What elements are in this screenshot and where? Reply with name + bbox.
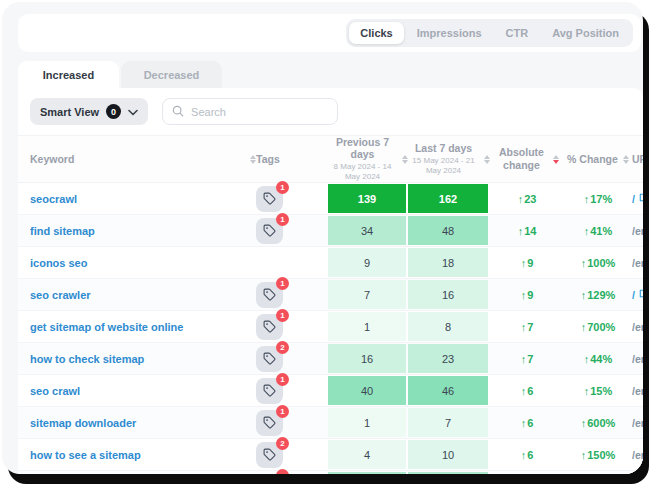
tag-icon [263, 384, 276, 397]
last-clicks-cell: 18 [408, 248, 488, 277]
table-row[interactable]: find sitemap 1 34 48 ↑14 ↑41% /en/ [18, 215, 643, 247]
url-link[interactable]: /en/ [632, 225, 643, 237]
tag-button[interactable]: 1 [256, 314, 283, 340]
tag-button[interactable]: 1 [256, 218, 283, 244]
up-arrow-icon: ↑ [581, 417, 587, 429]
keyword-link[interactable]: seo crawl [30, 385, 236, 397]
trend-tab-increased[interactable]: Increased [18, 61, 119, 88]
keyword-link[interactable]: how to see a sitemap [30, 449, 236, 461]
table-row[interactable] [18, 471, 643, 474]
tag-button[interactable]: 1 [256, 410, 283, 436]
column-header-keyword[interactable]: Keyword [30, 153, 256, 165]
absolute-change-value: ↑9 [490, 289, 564, 301]
app-window: ClicksImpressionsCTRAvg Position Increas… [2, 2, 643, 474]
tag-button[interactable]: 2 [256, 442, 283, 468]
smart-view-dropdown[interactable]: Smart View 0 [30, 98, 148, 125]
percent-change-value: ↑15% [564, 385, 632, 397]
percent-change-value: ↑129% [564, 289, 632, 301]
table-row[interactable]: how to see a sitemap 2 4 10 ↑6 ↑150% /en… [18, 439, 643, 471]
table-row[interactable]: seo crawl 1 40 46 ↑6 ↑15% /en/ [18, 375, 643, 407]
search-input[interactable] [191, 106, 328, 118]
table-toolbar: Smart View 0 [18, 88, 643, 135]
table-row[interactable]: get sitemap of website online 1 1 8 ↑7 ↑… [18, 311, 643, 343]
tag-button[interactable]: 1 [256, 282, 283, 308]
url-link[interactable]: /en/ [632, 321, 643, 333]
up-arrow-icon: ↑ [581, 257, 587, 269]
metric-tabs: ClicksImpressionsCTRAvg Position [346, 19, 633, 47]
previous-clicks-cell: 7 [328, 280, 406, 309]
up-arrow-icon: ↑ [518, 193, 524, 205]
sort-icon[interactable] [484, 155, 490, 164]
tag-count-badge: 1 [276, 405, 289, 418]
url-link[interactable]: / [632, 288, 643, 301]
percent-change-value: ↑600% [564, 417, 632, 429]
keyword-link[interactable]: find sitemap [30, 225, 236, 237]
url-link[interactable]: /en/ [632, 417, 643, 429]
keyword-link[interactable]: get sitemap of website online [30, 321, 236, 333]
absolute-change-value: ↑23 [490, 193, 564, 205]
tag-button[interactable]: 1 [256, 378, 283, 404]
column-header-tags: Tags [256, 153, 328, 165]
previous-clicks-cell: 139 [328, 184, 406, 213]
trend-tabs: IncreasedDecreased [18, 61, 643, 88]
metric-tab-impressions[interactable]: Impressions [406, 22, 493, 44]
up-arrow-icon: ↑ [518, 225, 524, 237]
keyword-link[interactable]: seo crawler [30, 289, 236, 301]
tag-icon [263, 288, 276, 301]
trend-tab-decreased[interactable]: Decreased [121, 61, 222, 88]
column-header-percent-change[interactable]: % Change [564, 153, 632, 165]
metric-tab-ctr[interactable]: CTR [495, 22, 540, 44]
metric-tab-clicks[interactable]: Clicks [349, 22, 403, 44]
search-icon [172, 103, 184, 121]
tag-icon [263, 352, 276, 365]
url-link[interactable]: /en/ [632, 257, 643, 269]
top-header-bar: ClicksImpressionsCTRAvg Position [18, 14, 641, 52]
last-clicks-cell: 23 [408, 344, 488, 373]
metric-tab-avg-position[interactable]: Avg Position [541, 22, 630, 44]
table-row[interactable]: sitemap downloader 1 1 7 ↑6 ↑600% /en/ [18, 407, 643, 439]
column-header-absolute-change[interactable]: Absolute change [490, 146, 564, 172]
tag-count-badge: 1 [276, 181, 289, 194]
tag-count-badge: 1 [276, 309, 289, 322]
tag-button[interactable]: 1 [256, 186, 283, 212]
tag-button[interactable]: 2 [256, 346, 283, 372]
column-header-url[interactable]: URL [632, 153, 643, 165]
table-row[interactable]: seocrawl 1 139 162 ↑23 ↑17% / [18, 183, 643, 215]
percent-change-value: ↑44% [564, 353, 632, 365]
keyword-link[interactable]: sitemap downloader [30, 417, 236, 429]
url-link[interactable]: /en/ [632, 385, 643, 397]
up-arrow-icon: ↑ [521, 321, 527, 333]
column-header-last[interactable]: Last 7 days 15 May 2024 - 21 May 2024 [408, 142, 490, 176]
column-header-previous[interactable]: Previous 7 days 8 May 2024 - 14 May 2024 [328, 136, 408, 182]
keyword-link[interactable]: how to check sitemap [30, 353, 236, 365]
keyword-link[interactable]: iconos seo [30, 257, 236, 269]
previous-clicks-cell [328, 472, 406, 474]
tag-count-badge: 1 [276, 373, 289, 386]
url-link[interactable]: / [632, 192, 643, 205]
absolute-change-value: ↑6 [490, 449, 564, 461]
up-arrow-icon: ↑ [581, 289, 587, 301]
last-clicks-cell: 162 [408, 184, 488, 213]
tag-icon [263, 416, 276, 429]
table-header-row: Keyword Tags Previous 7 days 8 May 2024 … [18, 135, 643, 183]
tag-icon [263, 320, 276, 333]
tag-count-badge: 2 [276, 437, 289, 450]
last-clicks-cell: 8 [408, 312, 488, 341]
sort-icon-active-desc[interactable] [553, 155, 559, 164]
smart-view-label: Smart View [40, 106, 99, 118]
up-arrow-icon: ↑ [521, 417, 527, 429]
table-row[interactable]: how to check sitemap 2 16 23 ↑7 ↑44% /en… [18, 343, 643, 375]
previous-clicks-cell: 1 [328, 312, 406, 341]
url-link[interactable]: /en/ [632, 353, 643, 365]
url-link[interactable]: /en/ [632, 449, 643, 461]
tag-count-badge: 1 [276, 213, 289, 226]
table-row[interactable]: iconos seo 9 18 ↑9 ↑100% /en/ [18, 247, 643, 279]
table-row[interactable]: seo crawler 1 7 16 ↑9 ↑129% / [18, 279, 643, 311]
tag-icon [263, 448, 276, 461]
keyword-link[interactable]: seocrawl [30, 193, 236, 205]
up-arrow-icon: ↑ [521, 385, 527, 397]
table-body: seocrawl 1 139 162 ↑23 ↑17% / find sitem… [18, 183, 643, 474]
last-date-range: 15 May 2024 - 21 May 2024 [409, 156, 479, 176]
sort-icon[interactable] [623, 155, 629, 164]
last-clicks-cell: 48 [408, 216, 488, 245]
